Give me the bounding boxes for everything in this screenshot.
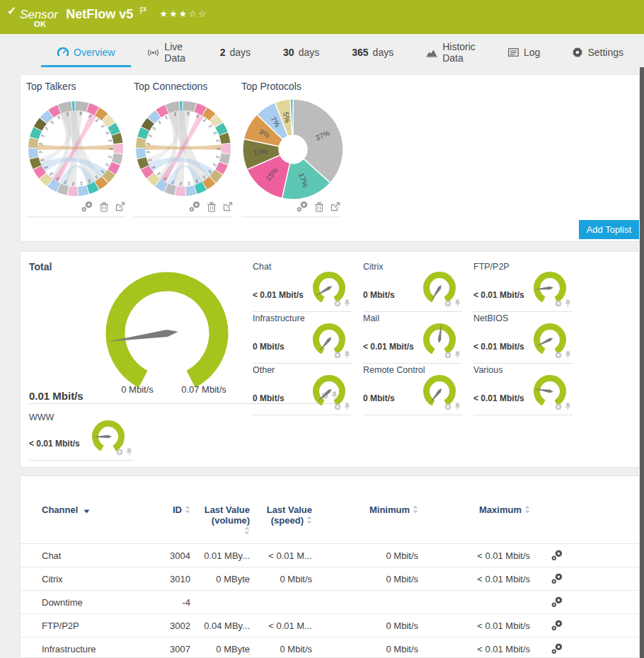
column-header-last-speed[interactable]: Last Value (speed) (250, 504, 312, 543)
open-toplist-icon[interactable] (330, 202, 340, 214)
toplists-panel: Add Toplist Top Talkers 2522222222222222… (20, 74, 640, 242)
channel-gauge-title: Various (473, 365, 502, 375)
toplist-settings-icon[interactable] (81, 201, 93, 215)
channel-gauge-value: 0 Mbit/s (253, 342, 284, 352)
table-row: Infrastructure 3007 0 MByte 0 Mbit/s 0 M… (21, 637, 639, 658)
svg-text:2: 2 (187, 181, 190, 187)
tab-overview[interactable]: Overview (41, 40, 131, 67)
table-row: FTP/P2P 3002 0.04 MBy... < 0.01 M... 0 M… (21, 614, 639, 637)
toplist-chart[interactable]: 37%17%15%10%9%7%5% (241, 98, 345, 201)
log-icon (508, 48, 519, 57)
add-toplist-button[interactable]: Add Toplist (579, 220, 639, 239)
gauge-pin-icon[interactable] (126, 446, 132, 458)
gauge-settings-icon[interactable] (334, 400, 341, 413)
id-cell: -4 (162, 597, 190, 608)
channel-gauge-value: 0 Mbit/s (363, 393, 395, 403)
gauge-pin-icon[interactable] (344, 297, 350, 310)
gauge-settings-icon[interactable] (444, 349, 452, 362)
table-row: Chat 3004 0.01 MBy... < 0.01 M... 0 Mbit… (21, 544, 639, 567)
tab-30-days[interactable]: 30 days (267, 40, 335, 67)
channel-gauge-title: NetBIOS (473, 313, 508, 323)
column-header-minimum[interactable]: Minimum (312, 504, 418, 543)
open-toplist-icon[interactable] (115, 202, 125, 214)
svg-text:2: 2 (40, 133, 45, 137)
tab-2-days[interactable]: 2 days (204, 40, 267, 67)
svg-text:2: 2 (108, 139, 113, 142)
tab-log[interactable]: Log (492, 40, 556, 67)
maximum-cell: < 0.01 Mbit/s (418, 644, 530, 654)
svg-text:2: 2 (100, 123, 106, 129)
channel-gauge-value: < 0.01 Mbit/s (253, 290, 304, 300)
channel-gauge-title: Mail (363, 313, 379, 323)
last-volume-cell: 0 MByte (190, 644, 250, 654)
tab-365-days[interactable]: 365 days (335, 40, 410, 67)
gauge-settings-icon[interactable] (555, 400, 562, 413)
toplist-chart[interactable]: 25222222222222222222222222 (26, 98, 130, 201)
gauge-settings-icon[interactable] (444, 400, 452, 413)
gauge-settings-icon[interactable] (444, 297, 452, 310)
delete-toplist-icon[interactable] (99, 202, 109, 215)
column-header-maximum[interactable]: Maximum (418, 504, 530, 543)
gauge-pin-icon[interactable] (454, 349, 461, 362)
svg-text:2: 2 (38, 142, 42, 145)
channel-settings-icon[interactable] (551, 573, 563, 584)
svg-text:2: 2 (145, 150, 150, 154)
channel-gauge-value: < 0.01 Mbit/s (473, 393, 524, 403)
gauge-max-label: 0.07 Mbit/s (172, 384, 236, 395)
divider (26, 217, 125, 217)
maximum-cell: < 0.01 Mbit/s (418, 621, 530, 631)
gauge-settings-icon[interactable] (555, 349, 562, 362)
channel-gauge-value: 0 Mbit/s (363, 290, 395, 300)
open-toplist-icon[interactable] (223, 202, 233, 214)
tab-live-data[interactable]: Live Data (131, 40, 203, 67)
channel-gauges-panel: Total 0 Mbit/s 0.07 Mbit/s 0.01 Mbit/s C… (20, 251, 640, 468)
gauge-pin-icon[interactable] (565, 400, 571, 413)
toplist-settings-icon[interactable] (189, 201, 200, 215)
last-speed-cell: < 0.01 M... (250, 550, 312, 561)
column-header-id[interactable]: ID (162, 504, 190, 543)
prtg-sensor-page: ✓ Sensor NetFlow v5 ★★★☆☆ OK Overview Li… (0, 0, 644, 658)
last-volume-cell: 0 MByte (190, 574, 250, 584)
gauge-pin-icon[interactable] (454, 297, 461, 310)
priority-stars[interactable]: ★★★☆☆ (159, 8, 207, 19)
svg-text:2: 2 (215, 156, 221, 160)
svg-text:2: 2 (38, 150, 42, 154)
gauge-settings-icon[interactable] (116, 446, 123, 458)
channel-settings-icon[interactable] (551, 550, 563, 560)
toplist-title: Top Connections (134, 81, 241, 98)
channel-gauge-value: < 0.01 Mbit/s (473, 342, 524, 352)
minimum-cell: 0 Mbit/s (312, 574, 418, 584)
gauge-settings-icon[interactable] (555, 297, 562, 310)
gauge-settings-icon[interactable] (334, 349, 341, 362)
column-header-channel[interactable]: Channel (42, 504, 162, 543)
gauge-pin-icon[interactable] (565, 349, 571, 362)
gauge-settings-icon[interactable] (334, 297, 341, 310)
channel-gauge-cell: FTP/P2P < 0.01 Mbit/s (473, 260, 573, 312)
gauge-pin-icon[interactable] (454, 400, 461, 413)
delete-toplist-icon[interactable] (207, 202, 217, 215)
tab-historic-data[interactable]: Historic Data (410, 40, 492, 67)
gauge-pin-icon[interactable] (565, 297, 571, 310)
toplist-settings-icon[interactable] (297, 201, 308, 215)
toplist-chart[interactable]: 25222222222222222222222222 (134, 98, 237, 201)
svg-text:2: 2 (217, 148, 222, 151)
svg-text:2: 2 (44, 126, 50, 131)
gauge-pin-icon[interactable] (344, 349, 350, 362)
channel-settings-icon[interactable] (551, 596, 563, 607)
table-header-row: Channel ID Last Value (volume) Last Valu… (21, 476, 639, 544)
channel-cell: Downtime (42, 597, 162, 608)
gauge-pin-icon[interactable] (344, 400, 350, 413)
delete-toplist-icon[interactable] (314, 202, 324, 215)
channel-table-panel: Channel ID Last Value (volume) Last Valu… (20, 475, 640, 658)
last-speed-cell: 0 Mbit/s (250, 574, 312, 584)
column-header-last-volume[interactable]: Last Value (volume) (190, 504, 250, 543)
historic-icon (426, 48, 437, 57)
tab-settings[interactable]: Settings (556, 40, 640, 67)
last-speed-cell: < 0.01 M... (250, 621, 312, 631)
svg-text:2: 2 (212, 163, 218, 168)
channel-settings-icon[interactable] (551, 620, 563, 630)
channel-gauge-cell: Citrix 0 Mbit/s (363, 260, 462, 312)
gauge-min-label: 0 Mbit/s (105, 384, 169, 395)
channel-settings-icon[interactable] (551, 643, 563, 654)
id-cell: 3007 (162, 644, 190, 654)
